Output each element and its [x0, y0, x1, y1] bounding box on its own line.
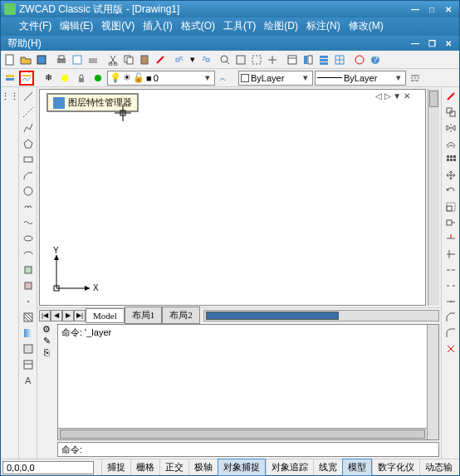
- tab-layout1[interactable]: 布局1: [125, 307, 163, 324]
- join-icon[interactable]: [443, 294, 458, 309]
- polyline-icon[interactable]: [21, 120, 36, 135]
- zoom-realtime-icon[interactable]: [218, 52, 232, 67]
- polygon-icon[interactable]: [21, 136, 36, 151]
- chamfer-icon[interactable]: [443, 310, 458, 325]
- extend-icon[interactable]: [443, 247, 458, 262]
- doc-restore-button[interactable]: ❐: [424, 37, 439, 49]
- tab-next-icon[interactable]: ▶: [62, 310, 74, 321]
- doc-minimize-button[interactable]: —: [408, 37, 423, 49]
- region-icon[interactable]: [21, 341, 36, 356]
- erase-icon[interactable]: [443, 89, 458, 104]
- line-icon[interactable]: [21, 89, 36, 104]
- help-icon[interactable]: ?: [368, 52, 383, 67]
- plot-icon[interactable]: [86, 52, 100, 67]
- fillet-icon[interactable]: [443, 326, 458, 341]
- status-model[interactable]: 模型: [342, 459, 372, 476]
- undo-dropdown-icon[interactable]: ▾: [188, 52, 197, 67]
- status-ortho[interactable]: 正交: [159, 459, 188, 475]
- menu-tools[interactable]: 工具(T): [220, 17, 259, 35]
- properties-icon[interactable]: [285, 52, 300, 67]
- scroll-thumb[interactable]: [429, 91, 438, 107]
- copy-icon[interactable]: [121, 52, 136, 67]
- tab-first-icon[interactable]: |◀: [39, 310, 51, 321]
- hatch-icon[interactable]: [21, 310, 36, 325]
- zoom-extents-icon[interactable]: [233, 52, 248, 67]
- status-otrack[interactable]: 对象追踪: [266, 459, 313, 475]
- arc-icon[interactable]: [21, 168, 36, 183]
- rectangle-icon[interactable]: [21, 152, 36, 167]
- markup-icon[interactable]: [352, 52, 367, 67]
- layer-manager-icon[interactable]: [2, 71, 17, 86]
- undo-icon[interactable]: [173, 52, 188, 67]
- offset-icon[interactable]: [443, 136, 458, 151]
- linetype-combo[interactable]: ByLayer ▾: [238, 71, 313, 86]
- mirror-icon[interactable]: [443, 120, 458, 135]
- menu-modify[interactable]: 修改(M): [345, 17, 387, 35]
- lineweight-combo[interactable]: ByLayer ▾: [315, 71, 406, 86]
- explode-icon[interactable]: [443, 341, 458, 356]
- scale-icon[interactable]: [443, 199, 458, 214]
- drawing-canvas[interactable]: ◁ ▷ ▼ ✕ 图层特性管理器: [39, 89, 426, 306]
- layer-freeze-icon[interactable]: ❄: [41, 71, 56, 86]
- scroll-thumb[interactable]: [206, 312, 339, 320]
- array-icon[interactable]: [443, 152, 458, 167]
- print-preview-icon[interactable]: [70, 52, 85, 67]
- pan-icon[interactable]: [265, 52, 280, 67]
- mtext-icon[interactable]: A: [21, 373, 36, 388]
- status-lwt[interactable]: 线宽: [313, 459, 342, 475]
- tab-prev-icon[interactable]: ◀: [51, 310, 62, 321]
- tab-layout2[interactable]: 布局2: [162, 307, 200, 324]
- rotate-icon[interactable]: [443, 184, 458, 199]
- status-osnap[interactable]: 对象捕捉: [218, 459, 266, 476]
- grip-icon[interactable]: ⋮⋮: [2, 89, 17, 104]
- circle-icon[interactable]: [21, 184, 36, 199]
- menu-edit[interactable]: 编辑(E): [56, 17, 96, 35]
- match-props-icon[interactable]: [153, 52, 168, 67]
- copy-object-icon[interactable]: [443, 105, 458, 120]
- status-tablet[interactable]: 数字化仪: [372, 459, 419, 475]
- ellipse-icon[interactable]: [21, 231, 36, 246]
- break-icon[interactable]: [443, 278, 458, 293]
- layer-combo[interactable]: 💡 ☀ 🔓 ■ 0 ▾: [107, 71, 215, 86]
- cmd-icon-3[interactable]: ⎘: [44, 347, 50, 357]
- open-icon[interactable]: [18, 52, 33, 67]
- break-at-point-icon[interactable]: [443, 263, 458, 277]
- tab-model[interactable]: Model: [86, 308, 125, 323]
- vertical-scrollbar[interactable]: [428, 89, 439, 306]
- menu-view[interactable]: 视图(V): [98, 17, 138, 35]
- coordinate-display[interactable]: 0,0,0,0: [2, 461, 94, 474]
- viewport-nav-icons[interactable]: ◁ ▷ ▼ ✕: [375, 91, 410, 101]
- layer-lock-icon[interactable]: [74, 71, 89, 86]
- construction-line-icon[interactable]: [21, 105, 36, 120]
- table-icon[interactable]: [332, 52, 347, 67]
- trim-icon[interactable]: [443, 231, 458, 246]
- command-input[interactable]: 命令:: [57, 442, 439, 457]
- status-grid[interactable]: 栅格: [130, 459, 159, 475]
- cmdlog-hscroll[interactable]: [58, 428, 427, 439]
- table-icon[interactable]: [21, 357, 36, 372]
- gradient-icon[interactable]: [21, 326, 36, 341]
- close-button[interactable]: ✕: [441, 3, 456, 15]
- print-icon[interactable]: [54, 52, 69, 67]
- layer-color-icon[interactable]: [91, 71, 105, 86]
- status-snap[interactable]: 捕捉: [101, 459, 130, 475]
- zoom-window-icon[interactable]: [249, 52, 264, 67]
- tab-last-icon[interactable]: ▶|: [74, 310, 86, 321]
- menu-file[interactable]: 文件(F): [16, 17, 55, 35]
- layer-properties-button[interactable]: [19, 71, 34, 86]
- status-dyn[interactable]: 动态输: [419, 459, 458, 475]
- cmd-icon-1[interactable]: ⚙: [42, 324, 51, 335]
- design-center-icon[interactable]: [301, 52, 316, 67]
- move-icon[interactable]: [443, 168, 458, 183]
- menu-dimension[interactable]: 标注(N): [303, 17, 344, 35]
- cut-icon[interactable]: [105, 52, 120, 67]
- horizontal-scrollbar[interactable]: [203, 310, 439, 321]
- layer-off-icon[interactable]: [57, 71, 72, 86]
- point-icon[interactable]: [21, 294, 36, 309]
- minimize-button[interactable]: —: [408, 3, 423, 15]
- menu-insert[interactable]: 插入(I): [139, 17, 175, 35]
- scroll-thumb[interactable]: [60, 429, 425, 439]
- maximize-button[interactable]: □: [424, 3, 439, 15]
- menu-format[interactable]: 格式(O): [178, 17, 218, 35]
- redo-icon[interactable]: [198, 52, 213, 67]
